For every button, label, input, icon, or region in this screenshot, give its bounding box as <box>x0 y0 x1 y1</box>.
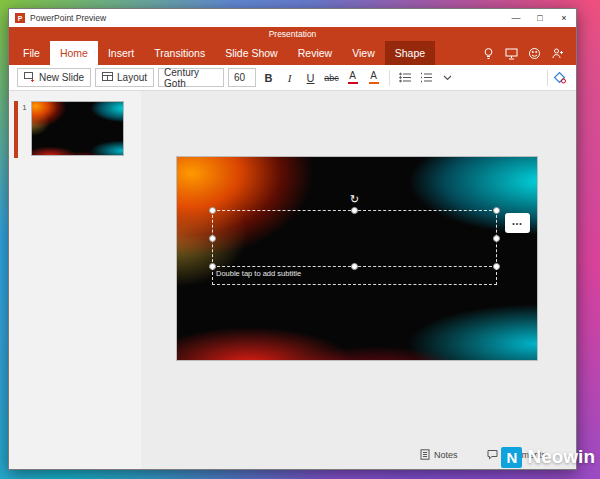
editing-canvas: ↻ Double tap to add subtitle ••• <box>141 91 576 469</box>
chevron-down-icon[interactable] <box>439 68 456 87</box>
resize-handle-middle-right[interactable] <box>493 235 500 242</box>
strikethrough-button[interactable]: abc <box>323 68 340 87</box>
more-options-button[interactable]: ••• <box>505 213 530 233</box>
app-window: P PowerPoint Preview — □ × Presentation … <box>8 8 577 470</box>
underline-button[interactable]: U <box>302 68 319 87</box>
slide-number: 1 <box>18 101 31 158</box>
notes-icon <box>420 449 430 460</box>
slide-thumbnail-panel: 1 <box>9 91 141 469</box>
tab-transitions[interactable]: Transitions <box>144 41 215 65</box>
desktop-background: P PowerPoint Preview — □ × Presentation … <box>0 0 600 479</box>
tab-home[interactable]: Home <box>50 41 98 65</box>
smiley-icon[interactable] <box>528 47 541 60</box>
ribbon-tabs: File Home Insert Transitions Slide Show … <box>9 41 576 65</box>
subtitle-textbox-selection[interactable]: ↻ <box>212 210 497 267</box>
close-button[interactable]: × <box>552 9 576 27</box>
bullet-list-button[interactable] <box>397 68 414 87</box>
new-slide-label: New Slide <box>39 72 84 83</box>
resize-handle-top-middle[interactable] <box>351 207 358 214</box>
new-slide-icon <box>24 71 35 84</box>
font-size-select[interactable]: 60 <box>228 68 256 87</box>
lightbulb-icon[interactable] <box>482 47 495 60</box>
tab-view[interactable]: View <box>342 41 385 65</box>
toolbar-divider-right <box>547 70 548 86</box>
title-bar: P PowerPoint Preview — □ × <box>9 9 576 27</box>
ribbon-right-icons <box>482 41 576 65</box>
neowin-watermark: N Neowin <box>501 446 595 468</box>
text-highlight-label: A <box>370 71 377 81</box>
font-name-value: Century Goth <box>164 67 218 89</box>
tab-review[interactable]: Review <box>288 41 342 65</box>
slide-thumbnail[interactable] <box>31 101 124 156</box>
font-color-label: A <box>349 71 356 81</box>
layout-button[interactable]: Layout <box>95 68 154 87</box>
maximize-button[interactable]: □ <box>528 9 552 27</box>
subtitle-placeholder-extent[interactable]: Double tap to add subtitle <box>212 267 497 285</box>
neowin-logo-icon: N <box>501 447 522 468</box>
slide-surface[interactable]: ↻ Double tap to add subtitle ••• <box>177 157 537 360</box>
toolbar-divider <box>389 70 390 86</box>
text-highlight-button[interactable]: A <box>365 68 382 87</box>
numbered-list-button[interactable] <box>418 68 435 87</box>
font-color-button[interactable]: A <box>344 68 361 87</box>
bold-button[interactable]: B <box>260 68 277 87</box>
new-slide-button[interactable]: New Slide <box>17 68 91 87</box>
font-size-value: 60 <box>234 72 245 83</box>
window-controls: — □ × <box>504 9 576 27</box>
app-header: Presentation File Home Insert Transition… <box>9 27 576 65</box>
slide-thumbnail-row[interactable]: 1 <box>14 101 141 158</box>
tab-file[interactable]: File <box>13 41 50 65</box>
window-title: PowerPoint Preview <box>30 13 106 23</box>
document-title: Presentation <box>9 27 576 41</box>
powerpoint-app-icon: P <box>15 13 25 23</box>
layout-label: Layout <box>117 72 147 83</box>
subtitle-placeholder-text: Double tap to add subtitle <box>216 269 301 278</box>
formatting-toolbar: New Slide Layout Century Goth 60 B I U a… <box>9 65 576 91</box>
layout-icon <box>102 71 113 84</box>
rotate-handle-icon[interactable]: ↻ <box>350 194 359 205</box>
notes-label: Notes <box>434 450 458 460</box>
italic-button[interactable]: I <box>281 68 298 87</box>
font-name-select[interactable]: Century Goth <box>158 68 224 87</box>
resize-handle-middle-left[interactable] <box>209 235 216 242</box>
resize-handle-top-left[interactable] <box>209 207 216 214</box>
shapes-button[interactable] <box>551 68 568 87</box>
resize-handle-top-right[interactable] <box>493 207 500 214</box>
tab-insert[interactable]: Insert <box>98 41 144 65</box>
tab-shape[interactable]: Shape <box>385 41 435 65</box>
tab-slide-show[interactable]: Slide Show <box>215 41 288 65</box>
main-area: 1 ↻ <box>9 91 576 469</box>
present-icon[interactable] <box>505 47 518 60</box>
share-person-icon[interactable] <box>551 47 564 60</box>
text-highlight-swatch <box>369 82 379 84</box>
minimize-button[interactable]: — <box>504 9 528 27</box>
comments-icon <box>487 449 498 460</box>
font-color-swatch <box>348 82 358 84</box>
neowin-watermark-text: Neowin <box>527 446 595 468</box>
notes-button[interactable]: Notes <box>420 449 458 460</box>
